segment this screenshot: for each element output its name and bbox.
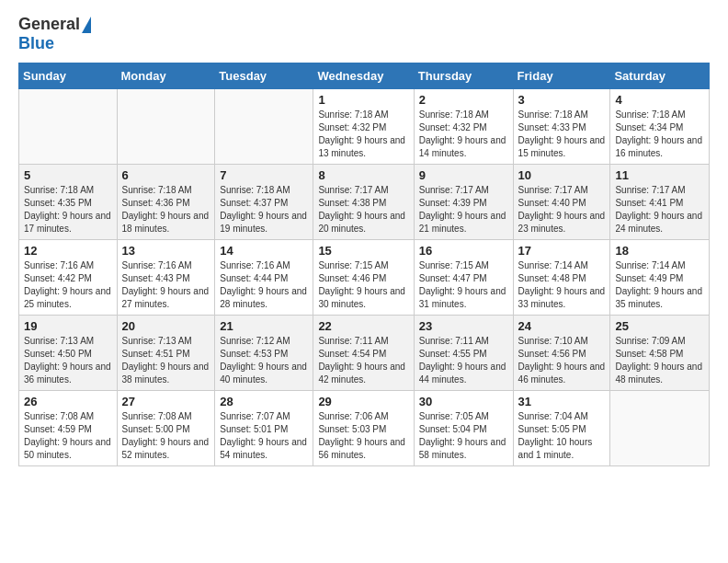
calendar-cell: 11Sunrise: 7:17 AM Sunset: 4:41 PM Dayli… xyxy=(610,165,710,240)
calendar-cell: 21Sunrise: 7:12 AM Sunset: 4:53 PM Dayli… xyxy=(215,316,313,391)
day-number: 16 xyxy=(419,244,508,258)
calendar-cell: 24Sunrise: 7:10 AM Sunset: 4:56 PM Dayli… xyxy=(513,316,610,391)
calendar-cell: 6Sunrise: 7:18 AM Sunset: 4:36 PM Daylig… xyxy=(117,165,215,240)
calendar-cell: 3Sunrise: 7:18 AM Sunset: 4:33 PM Daylig… xyxy=(513,89,610,165)
calendar-cell xyxy=(215,89,313,165)
day-number: 2 xyxy=(419,93,508,107)
weekday-header-friday: Friday xyxy=(513,63,610,89)
day-number: 12 xyxy=(24,244,112,258)
calendar-cell: 13Sunrise: 7:16 AM Sunset: 4:43 PM Dayli… xyxy=(117,240,215,316)
day-number: 14 xyxy=(220,244,308,258)
calendar-cell: 14Sunrise: 7:16 AM Sunset: 4:44 PM Dayli… xyxy=(215,240,313,316)
day-info: Sunrise: 7:08 AM Sunset: 4:59 PM Dayligh… xyxy=(24,410,112,462)
day-number: 17 xyxy=(518,244,606,258)
day-info: Sunrise: 7:10 AM Sunset: 4:56 PM Dayligh… xyxy=(518,335,606,386)
calendar-cell: 10Sunrise: 7:17 AM Sunset: 4:40 PM Dayli… xyxy=(513,165,610,240)
page: General Blue SundayMondayTuesdayWednesda… xyxy=(0,0,728,481)
calendar-cell: 4Sunrise: 7:18 AM Sunset: 4:34 PM Daylig… xyxy=(610,89,710,165)
day-number: 11 xyxy=(615,168,704,182)
day-info: Sunrise: 7:17 AM Sunset: 4:41 PM Dayligh… xyxy=(615,184,704,236)
day-number: 6 xyxy=(122,168,210,182)
day-number: 19 xyxy=(24,319,112,333)
calendar-cell: 30Sunrise: 7:05 AM Sunset: 5:04 PM Dayli… xyxy=(414,391,513,466)
day-number: 5 xyxy=(24,168,112,182)
calendar-cell: 25Sunrise: 7:09 AM Sunset: 4:58 PM Dayli… xyxy=(610,316,710,391)
calendar-cell: 9Sunrise: 7:17 AM Sunset: 4:39 PM Daylig… xyxy=(414,165,513,240)
day-info: Sunrise: 7:17 AM Sunset: 4:39 PM Dayligh… xyxy=(419,184,508,236)
day-info: Sunrise: 7:16 AM Sunset: 4:44 PM Dayligh… xyxy=(220,259,308,311)
day-number: 20 xyxy=(122,319,210,333)
calendar-cell: 7Sunrise: 7:18 AM Sunset: 4:37 PM Daylig… xyxy=(215,165,313,240)
calendar-cell xyxy=(610,391,710,466)
day-number: 21 xyxy=(220,319,308,333)
day-number: 27 xyxy=(122,395,210,408)
day-number: 29 xyxy=(318,395,408,408)
day-info: Sunrise: 7:18 AM Sunset: 4:36 PM Dayligh… xyxy=(122,184,210,236)
day-info: Sunrise: 7:17 AM Sunset: 4:40 PM Dayligh… xyxy=(518,184,606,236)
weekday-header-saturday: Saturday xyxy=(610,63,710,89)
day-number: 3 xyxy=(518,93,606,107)
day-number: 7 xyxy=(220,168,308,182)
week-row-1: 1Sunrise: 7:18 AM Sunset: 4:32 PM Daylig… xyxy=(19,89,710,165)
day-info: Sunrise: 7:18 AM Sunset: 4:37 PM Dayligh… xyxy=(220,184,308,236)
day-info: Sunrise: 7:06 AM Sunset: 5:03 PM Dayligh… xyxy=(318,410,408,462)
calendar-cell: 29Sunrise: 7:06 AM Sunset: 5:03 PM Dayli… xyxy=(313,391,414,466)
calendar-cell: 17Sunrise: 7:14 AM Sunset: 4:48 PM Dayli… xyxy=(513,240,610,316)
header: General Blue xyxy=(18,15,710,53)
weekday-header-thursday: Thursday xyxy=(414,63,513,89)
weekday-header-sunday: Sunday xyxy=(19,63,118,89)
calendar-cell: 5Sunrise: 7:18 AM Sunset: 4:35 PM Daylig… xyxy=(19,165,118,240)
day-info: Sunrise: 7:18 AM Sunset: 4:32 PM Dayligh… xyxy=(419,109,508,160)
logo-general-text: General xyxy=(18,15,80,34)
day-info: Sunrise: 7:16 AM Sunset: 4:42 PM Dayligh… xyxy=(24,259,112,311)
calendar-cell: 8Sunrise: 7:17 AM Sunset: 4:38 PM Daylig… xyxy=(313,165,414,240)
day-number: 26 xyxy=(24,395,112,408)
day-number: 22 xyxy=(318,319,408,333)
day-number: 13 xyxy=(122,244,210,258)
day-info: Sunrise: 7:09 AM Sunset: 4:58 PM Dayligh… xyxy=(615,335,704,386)
day-number: 15 xyxy=(318,244,408,258)
day-number: 23 xyxy=(419,319,508,333)
day-number: 8 xyxy=(318,168,408,182)
calendar-cell: 19Sunrise: 7:13 AM Sunset: 4:50 PM Dayli… xyxy=(19,316,118,391)
logo-blue-text: Blue xyxy=(18,34,54,53)
week-row-5: 26Sunrise: 7:08 AM Sunset: 4:59 PM Dayli… xyxy=(19,391,710,466)
calendar-cell: 22Sunrise: 7:11 AM Sunset: 4:54 PM Dayli… xyxy=(313,316,414,391)
calendar-cell: 15Sunrise: 7:15 AM Sunset: 4:46 PM Dayli… xyxy=(313,240,414,316)
day-number: 31 xyxy=(518,395,606,408)
week-row-4: 19Sunrise: 7:13 AM Sunset: 4:50 PM Dayli… xyxy=(19,316,710,391)
weekday-header-monday: Monday xyxy=(117,63,215,89)
calendar-cell: 20Sunrise: 7:13 AM Sunset: 4:51 PM Dayli… xyxy=(117,316,215,391)
calendar-cell xyxy=(19,89,118,165)
week-row-2: 5Sunrise: 7:18 AM Sunset: 4:35 PM Daylig… xyxy=(19,165,710,240)
day-info: Sunrise: 7:11 AM Sunset: 4:55 PM Dayligh… xyxy=(419,335,508,386)
day-info: Sunrise: 7:07 AM Sunset: 5:01 PM Dayligh… xyxy=(220,410,308,462)
logo-triangle-icon xyxy=(82,17,91,33)
day-info: Sunrise: 7:11 AM Sunset: 4:54 PM Dayligh… xyxy=(318,335,408,386)
day-info: Sunrise: 7:14 AM Sunset: 4:48 PM Dayligh… xyxy=(518,259,606,311)
day-info: Sunrise: 7:14 AM Sunset: 4:49 PM Dayligh… xyxy=(615,259,704,311)
weekday-header-row: SundayMondayTuesdayWednesdayThursdayFrid… xyxy=(19,63,710,89)
calendar-cell: 27Sunrise: 7:08 AM Sunset: 5:00 PM Dayli… xyxy=(117,391,215,466)
calendar-cell: 26Sunrise: 7:08 AM Sunset: 4:59 PM Dayli… xyxy=(19,391,118,466)
day-number: 1 xyxy=(318,93,408,107)
weekday-header-wednesday: Wednesday xyxy=(313,63,414,89)
day-info: Sunrise: 7:12 AM Sunset: 4:53 PM Dayligh… xyxy=(220,335,308,386)
calendar-cell: 18Sunrise: 7:14 AM Sunset: 4:49 PM Dayli… xyxy=(610,240,710,316)
day-info: Sunrise: 7:05 AM Sunset: 5:04 PM Dayligh… xyxy=(419,410,508,462)
day-info: Sunrise: 7:08 AM Sunset: 5:00 PM Dayligh… xyxy=(122,410,210,462)
day-number: 25 xyxy=(615,319,704,333)
day-number: 24 xyxy=(518,319,606,333)
calendar-cell: 31Sunrise: 7:04 AM Sunset: 5:05 PM Dayli… xyxy=(513,391,610,466)
day-number: 30 xyxy=(419,395,508,408)
logo: General Blue xyxy=(18,15,91,53)
day-number: 4 xyxy=(615,93,704,107)
day-number: 28 xyxy=(220,395,308,408)
day-number: 10 xyxy=(518,168,606,182)
calendar-cell xyxy=(117,89,215,165)
day-number: 9 xyxy=(419,168,508,182)
day-info: Sunrise: 7:18 AM Sunset: 4:32 PM Dayligh… xyxy=(318,109,408,160)
day-info: Sunrise: 7:13 AM Sunset: 4:50 PM Dayligh… xyxy=(24,335,112,386)
calendar-cell: 12Sunrise: 7:16 AM Sunset: 4:42 PM Dayli… xyxy=(19,240,118,316)
day-info: Sunrise: 7:18 AM Sunset: 4:34 PM Dayligh… xyxy=(615,109,704,160)
